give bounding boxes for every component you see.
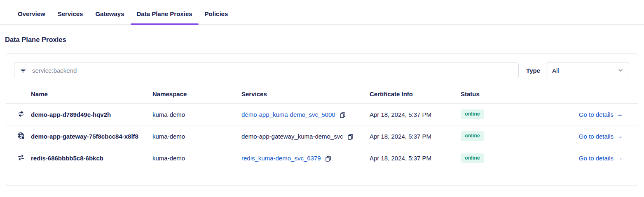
table-row: demo-app-d789d49c-hqv2h kuma-demo demo-a… [6,104,638,125]
tab-gateways[interactable]: Gateways [89,0,130,24]
certificate-info: Apr 18, 2024, 5:37 PM [370,104,461,125]
proxy-namespace: kuma-demo [152,104,241,125]
filter-row: Type All [6,54,638,78]
tab-services[interactable]: Services [52,0,89,24]
proxy-name: demo-app-gateway-75f8cbcc84-x8lf8 [31,125,152,147]
table-row: demo-app-gateway-75f8cbcc84-x8lf8 kuma-d… [6,125,638,147]
status-badge: online [461,109,484,119]
arrow-right-icon: → [616,111,623,118]
gateway-globe-icon [17,132,25,140]
proxy-name: demo-app-d789d49c-hqv2h [31,104,152,125]
arrow-right-icon: → [616,155,623,161]
certificate-info: Apr 18, 2024, 5:37 PM [370,147,461,169]
proxy-arrows-icon [17,110,25,118]
copy-icon[interactable] [340,112,346,118]
search-input[interactable] [31,67,513,74]
column-header-status: Status [461,86,531,104]
service-name: demo-app-gateway_kuma-demo_svc [241,133,343,140]
column-header-icon [6,86,31,104]
column-header-certificate-info: Certificate Info [370,86,461,104]
tab-policies[interactable]: Policies [199,0,234,24]
filter-icon [19,67,27,74]
type-select-value: All [552,67,559,74]
proxy-arrows-icon [17,153,25,162]
proxy-namespace: kuma-demo [152,147,241,169]
proxy-table: Name Namespace Services Certificate Info… [6,86,638,169]
search-box[interactable] [14,63,519,78]
table-row: redis-686bbbb5c8-6bkcb kuma-demo redis_k… [6,147,638,169]
page-title: Data Plane Proxies [5,36,639,44]
table-header-row: Name Namespace Services Certificate Info… [6,86,638,104]
tab-bar: Overview Services Gateways Data Plane Pr… [0,0,644,25]
copy-icon[interactable] [347,134,354,140]
status-badge: online [461,131,484,141]
proxy-namespace: kuma-demo [152,125,241,147]
certificate-info: Apr 18, 2024, 5:37 PM [370,125,461,147]
tab-data-plane-proxies[interactable]: Data Plane Proxies [131,0,199,24]
proxy-name: redis-686bbbb5c8-6bkcb [31,147,152,169]
data-plane-proxies-card: Type All Name Namespace Services [6,53,638,186]
column-header-services: Services [241,86,370,104]
go-to-details-link[interactable]: Go to details→ [579,155,623,162]
chevron-down-icon [618,67,623,73]
column-header-actions [531,86,638,104]
go-to-details-link[interactable]: Go to details→ [579,133,623,140]
copy-icon[interactable] [325,155,331,162]
tab-overview[interactable]: Overview [12,0,52,24]
service-link[interactable]: redis_kuma-demo_svc_6379 [241,155,321,162]
column-header-namespace: Namespace [152,86,241,104]
status-badge: online [461,153,484,163]
column-header-name: Name [31,86,152,104]
type-filter-label: Type [526,67,540,74]
go-to-details-link[interactable]: Go to details→ [579,111,623,118]
type-select[interactable]: All [546,63,629,78]
arrow-right-icon: → [616,133,623,139]
service-link[interactable]: demo-app_kuma-demo_svc_5000 [241,111,335,118]
